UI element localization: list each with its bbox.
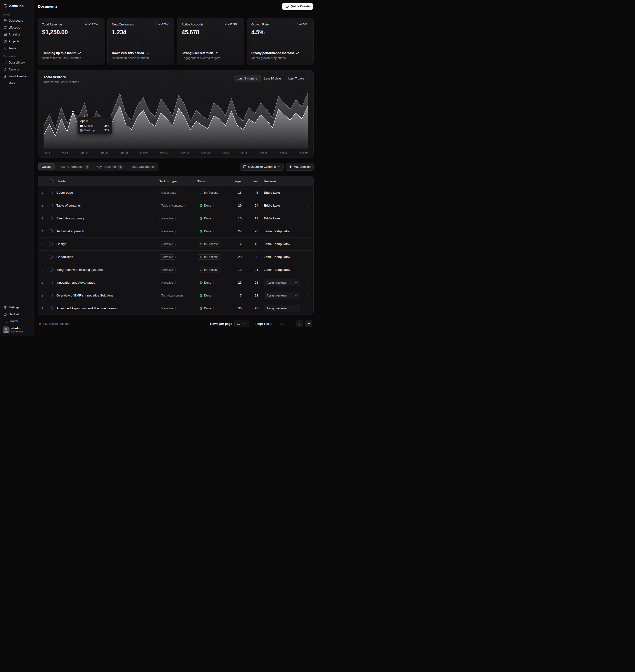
limit-value[interactable]: 16 bbox=[246, 242, 263, 246]
target-value[interactable]: 30 bbox=[229, 307, 246, 310]
row-checkbox[interactable] bbox=[49, 255, 52, 259]
drag-handle[interactable] bbox=[38, 294, 46, 297]
row-header-link[interactable]: Table of contents bbox=[55, 204, 157, 207]
range-last-7-days[interactable]: Last 7 days bbox=[285, 75, 308, 82]
tab-focus-documents[interactable]: Focus Documents bbox=[126, 163, 158, 170]
sidebar-item-analytics[interactable]: Analytics bbox=[2, 31, 32, 38]
sidebar-item-reports[interactable]: Reports bbox=[2, 66, 32, 73]
sidebar-item-team[interactable]: Team bbox=[2, 45, 32, 52]
drag-handle[interactable] bbox=[38, 281, 46, 284]
sidebar-item-more[interactable]: More bbox=[2, 80, 32, 87]
target-value[interactable]: 7 bbox=[229, 294, 246, 297]
row-actions-button[interactable] bbox=[304, 267, 311, 273]
row-header-link[interactable]: Cover page bbox=[55, 191, 157, 195]
target-value[interactable]: 19 bbox=[229, 268, 246, 271]
drag-handle[interactable] bbox=[38, 204, 46, 207]
row-checkbox[interactable] bbox=[49, 281, 52, 284]
drag-handle[interactable] bbox=[38, 230, 46, 233]
stat-title: Total Revenue bbox=[42, 22, 62, 26]
limit-value[interactable]: 8 bbox=[246, 255, 263, 259]
sidebar-item-lifecycle[interactable]: Lifecycle bbox=[2, 24, 32, 31]
row-checkbox[interactable] bbox=[49, 204, 52, 207]
sidebar-item-get-help[interactable]: Get Help bbox=[2, 311, 32, 318]
assign-reviewer-select[interactable]: Assign reviewer bbox=[264, 292, 300, 299]
limit-value[interactable]: 26 bbox=[246, 281, 263, 284]
sidebar-item-data-library[interactable]: Data Library bbox=[2, 59, 32, 66]
row-actions-button[interactable] bbox=[304, 215, 311, 222]
check-circle-icon bbox=[199, 307, 203, 310]
brand-name: Acme Inc. bbox=[9, 4, 24, 8]
row-header-link[interactable]: Innovation and Advantages bbox=[55, 281, 157, 284]
range-last-3-months[interactable]: Last 3 months bbox=[234, 75, 260, 82]
sidebar-item-word-assistant[interactable]: Word Assistant bbox=[2, 73, 32, 80]
row-checkbox[interactable] bbox=[49, 217, 52, 220]
limit-value[interactable]: 23 bbox=[246, 294, 263, 297]
row-actions-button[interactable] bbox=[304, 228, 311, 234]
brand[interactable]: Acme Inc. bbox=[2, 2, 32, 10]
row-actions-button[interactable] bbox=[304, 202, 311, 209]
sidebar-item-settings[interactable]: Settings bbox=[2, 304, 32, 311]
app-root: Acme Inc. HomeDashboardLifecycleAnalytic… bbox=[0, 0, 318, 336]
limit-value[interactable]: 24 bbox=[246, 204, 263, 207]
range-last-30-days[interactable]: Last 30 days bbox=[260, 75, 285, 82]
target-value[interactable]: 25 bbox=[229, 281, 246, 284]
user-menu[interactable]: shadcn m@example.com bbox=[2, 324, 32, 334]
row-checkbox[interactable] bbox=[49, 268, 52, 271]
sidebar-item-dashboard[interactable]: Dashboard bbox=[2, 17, 32, 24]
row-actions-button[interactable] bbox=[304, 241, 311, 247]
customize-columns-button[interactable]: Customize Columns bbox=[240, 163, 284, 171]
row-actions-button[interactable] bbox=[304, 189, 311, 196]
target-value[interactable]: 18 bbox=[229, 191, 246, 195]
rows-per-page-select[interactable]: 10 bbox=[235, 320, 249, 327]
assign-reviewer-select[interactable]: Assign reviewer bbox=[264, 305, 300, 312]
row-header-link[interactable]: Executive summary bbox=[55, 217, 157, 220]
tab-key-personnel[interactable]: Key Personnel2 bbox=[93, 163, 126, 171]
drag-handle[interactable] bbox=[38, 217, 46, 220]
row-checkbox[interactable] bbox=[49, 229, 52, 233]
row-actions-button[interactable] bbox=[304, 305, 311, 312]
row-header-link[interactable]: Advanced Algorithms and Machine Learning bbox=[55, 307, 157, 310]
row-actions-button[interactable] bbox=[304, 254, 311, 260]
limit-value[interactable]: 21 bbox=[246, 268, 263, 271]
quick-create-button[interactable]: Quick Create bbox=[282, 3, 313, 10]
target-value[interactable]: 2 bbox=[229, 242, 246, 246]
assign-reviewer-select[interactable]: Assign reviewer bbox=[264, 279, 300, 286]
tab-outline[interactable]: Outline bbox=[38, 163, 55, 170]
target-value[interactable]: 29 bbox=[229, 204, 246, 207]
drag-handle[interactable] bbox=[38, 268, 46, 271]
row-header-link[interactable]: Technical approach bbox=[55, 229, 157, 233]
row-checkbox[interactable] bbox=[49, 294, 52, 297]
last-page-button[interactable] bbox=[305, 320, 312, 327]
sidebar-item-search[interactable]: Search bbox=[2, 318, 32, 324]
drag-handle[interactable] bbox=[38, 255, 46, 259]
limit-value[interactable]: 23 bbox=[246, 229, 263, 233]
next-page-button[interactable] bbox=[296, 320, 303, 327]
column-section-type: Section Type bbox=[157, 179, 195, 183]
add-section-button[interactable]: Add Section bbox=[286, 163, 314, 171]
row-checkbox[interactable] bbox=[49, 242, 52, 246]
target-value[interactable]: 10 bbox=[229, 217, 246, 220]
row-header-link[interactable]: Integration with existing systems bbox=[55, 268, 157, 271]
limit-value[interactable]: 28 bbox=[246, 307, 263, 310]
row-actions-button[interactable] bbox=[304, 292, 311, 299]
limit-value[interactable]: 13 bbox=[246, 217, 263, 220]
sidebar-item-projects[interactable]: Projects bbox=[2, 38, 32, 45]
limit-value[interactable]: 5 bbox=[246, 191, 263, 195]
first-page-button[interactable] bbox=[278, 320, 285, 327]
target-value[interactable]: 20 bbox=[229, 255, 246, 259]
column-header[interactable]: Header bbox=[55, 179, 157, 183]
row-checkbox[interactable] bbox=[49, 191, 52, 195]
tab-past-performance[interactable]: Past Performance3 bbox=[55, 163, 93, 171]
select-all-checkbox[interactable] bbox=[49, 179, 52, 183]
drag-handle[interactable] bbox=[38, 307, 46, 310]
previous-page-button[interactable] bbox=[287, 320, 294, 327]
row-checkbox[interactable] bbox=[49, 307, 52, 310]
target-value[interactable]: 27 bbox=[229, 229, 246, 233]
row-header-link[interactable]: Design bbox=[55, 242, 157, 246]
row-header-link[interactable]: Overview of EMR's Innovative Solutions bbox=[55, 294, 157, 297]
loader-icon bbox=[199, 243, 203, 246]
drag-handle[interactable] bbox=[38, 243, 46, 246]
drag-handle[interactable] bbox=[38, 191, 46, 195]
row-header-link[interactable]: Capabilities bbox=[55, 255, 157, 259]
row-actions-button[interactable] bbox=[304, 279, 311, 286]
